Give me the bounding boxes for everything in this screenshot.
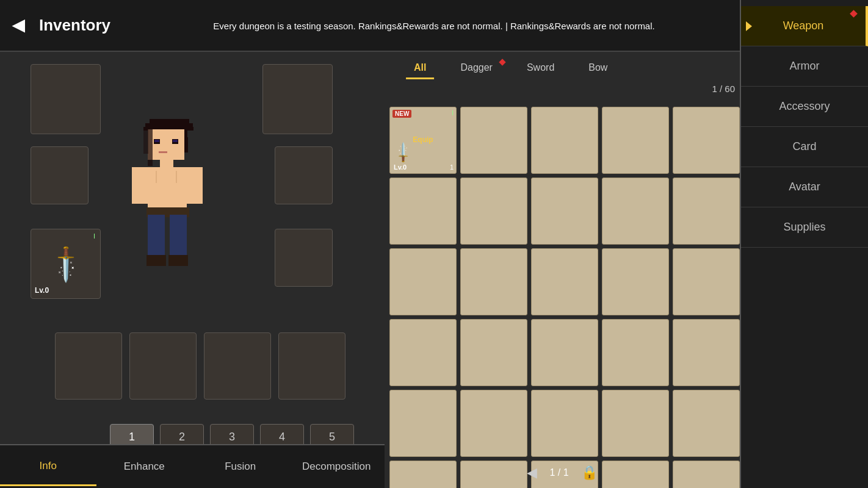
sidebar-item-weapon[interactable]: Weapon xyxy=(741,6,868,46)
inventory-cell-20[interactable] xyxy=(389,390,457,457)
svg-rect-5 xyxy=(148,129,184,160)
weapon-item: I 🗡️ Lv.0 xyxy=(31,229,100,298)
inventory-cell-4[interactable] xyxy=(673,107,740,174)
inventory-cell-13[interactable] xyxy=(602,248,669,315)
svg-rect-18 xyxy=(146,255,166,266)
marquee-text: Every dungeon is a testing season. Ranki… xyxy=(213,21,654,31)
weapon-icon: 🗡️ xyxy=(45,243,87,285)
svg-rect-12 xyxy=(148,167,187,210)
back-button[interactable]: ◀ xyxy=(0,0,37,51)
inventory-cell-7[interactable] xyxy=(531,178,598,245)
grid-page-number: 1 / 1 xyxy=(549,467,568,478)
svg-rect-14 xyxy=(176,171,177,183)
inventory-grid: NEWIEquip🗡️Lv.01 xyxy=(389,88,735,488)
inventory-cell-14[interactable] xyxy=(673,248,740,315)
svg-rect-17 xyxy=(170,215,187,257)
svg-rect-16 xyxy=(148,215,165,257)
right-sidebar: WeaponArmorAccessoryCardAvatarSupplies xyxy=(740,0,868,488)
inventory-cell-17[interactable] xyxy=(531,319,598,386)
sidebar-item-card[interactable]: Card xyxy=(741,127,868,167)
svg-rect-9 xyxy=(173,140,178,142)
inventory-cell-22[interactable] xyxy=(531,390,598,457)
inventory-cell-9[interactable] xyxy=(673,178,740,245)
equip-slot-mid-right[interactable] xyxy=(275,146,333,204)
action-tab-info[interactable]: Info xyxy=(0,448,96,486)
bottom-slot-1[interactable] xyxy=(55,332,122,400)
inventory-cell-19[interactable] xyxy=(673,319,740,386)
bottom-slot-2[interactable] xyxy=(129,332,197,400)
sidebar-item-supplies[interactable]: Supplies xyxy=(741,207,868,248)
svg-rect-22 xyxy=(148,129,153,166)
inventory-cell-18[interactable] xyxy=(602,319,669,386)
inventory-cell-3[interactable] xyxy=(602,107,669,174)
action-tab-decomposition[interactable]: Decomposition xyxy=(289,448,385,485)
svg-rect-11 xyxy=(160,160,173,168)
marquee-container: Every dungeon is a testing season. Ranki… xyxy=(0,0,868,52)
inventory-cell-2[interactable] xyxy=(531,107,598,174)
inventory-cell-21[interactable] xyxy=(460,390,527,457)
grid-prev-button[interactable]: ◀ xyxy=(527,465,537,481)
filter-tab-all[interactable]: All xyxy=(397,59,443,77)
inventory-cell-24[interactable] xyxy=(673,390,740,457)
bottom-actions: InfoEnhanceFusionDecomposition xyxy=(0,444,385,488)
page-title: Inventory xyxy=(39,16,110,35)
sidebar-item-accessory[interactable]: Accessory xyxy=(741,87,868,127)
equip-slot-top-left[interactable] xyxy=(31,64,101,134)
filter-tabs: AllDaggerSwordBow xyxy=(385,52,740,84)
top-bar: ◀ Inventory Every dungeon is a testing s… xyxy=(0,0,868,52)
lock-icon[interactable]: 🔒 xyxy=(581,465,598,481)
inventory-cell-10[interactable] xyxy=(389,248,457,315)
svg-rect-23 xyxy=(143,129,148,154)
svg-rect-8 xyxy=(154,140,159,142)
action-tab-fusion[interactable]: Fusion xyxy=(192,448,289,485)
sidebar-item-avatar[interactable]: Avatar xyxy=(741,167,868,207)
inventory-cell-5[interactable] xyxy=(389,178,457,245)
svg-rect-19 xyxy=(168,255,188,266)
action-tab-enhance[interactable]: Enhance xyxy=(96,448,193,485)
svg-rect-21 xyxy=(187,167,203,204)
inventory-cell-1[interactable] xyxy=(460,107,527,174)
inventory-cell-6[interactable] xyxy=(460,178,527,245)
grid-bottom-nav: ◀ 1 / 1 🔒 xyxy=(385,465,740,481)
inventory-cell-11[interactable] xyxy=(460,248,527,315)
equip-slot-weapon[interactable]: I 🗡️ Lv.0 xyxy=(31,229,101,299)
svg-rect-10 xyxy=(159,151,167,153)
inventory-cell-23[interactable] xyxy=(602,390,669,457)
inventory-cell-16[interactable] xyxy=(460,319,527,386)
inventory-grid-area: NEWIEquip🗡️Lv.01 xyxy=(385,84,740,488)
bottom-slot-3[interactable] xyxy=(204,332,271,400)
bottom-slot-4[interactable] xyxy=(278,332,345,400)
left-panel: I 🗡️ Lv.0 xyxy=(0,52,385,488)
equip-slot-mid-left[interactable] xyxy=(31,146,89,204)
equip-slot-bottom-right[interactable] xyxy=(275,229,333,287)
svg-rect-13 xyxy=(156,171,157,183)
weapon-level: Lv.0 xyxy=(35,286,49,295)
inventory-cell-15[interactable] xyxy=(389,319,457,386)
filter-tab-sword[interactable]: Sword xyxy=(510,59,571,77)
filter-tab-bow[interactable]: Bow xyxy=(571,59,624,77)
weapon-indicator: I xyxy=(93,232,95,240)
character-sprite xyxy=(122,116,214,281)
inventory-cell-0[interactable]: NEWIEquip🗡️Lv.01 xyxy=(389,107,457,174)
equip-slot-top-right[interactable] xyxy=(262,64,333,134)
sidebar-item-armor[interactable]: Armor xyxy=(741,46,868,87)
filter-tab-dagger[interactable]: Dagger xyxy=(443,59,509,77)
bottom-slots xyxy=(55,332,345,400)
svg-rect-20 xyxy=(132,167,148,204)
inventory-cell-12[interactable] xyxy=(531,248,598,315)
inventory-cell-8[interactable] xyxy=(602,178,669,245)
